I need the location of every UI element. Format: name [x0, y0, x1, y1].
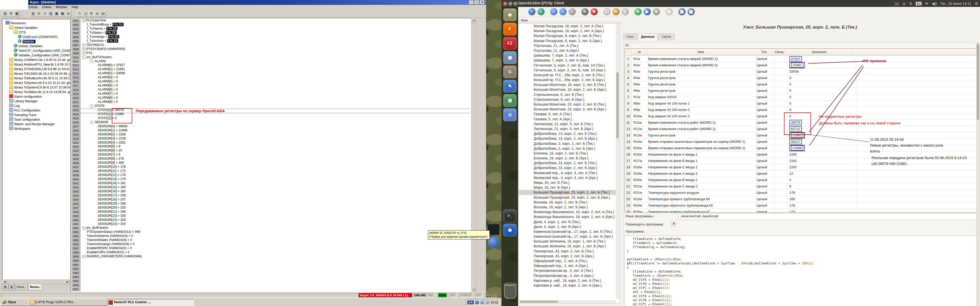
resources-hscrollbar[interactable]: ◀ ▶ — [2, 279, 70, 284]
list-item[interactable]: Карповки р. наб., 18, корп. 2, лит. А (А… — [519, 283, 619, 288]
var-row[interactable]: 0056TransmitAnalogs (%MW2418) = 0 — [71, 242, 472, 246]
table-row[interactable]: 4R4wГруппа регистровЦелый0 — [625, 75, 978, 81]
paste-icon[interactable]: ▼ — [88, 11, 94, 17]
minimize-icon[interactable]: – — [508, 2, 512, 6]
menu-online[interactable]: Online — [42, 5, 51, 9]
var-row[interactable]: 0045.SENSOR[18] = 207 — [71, 198, 472, 202]
tray-icon-1[interactable] — [475, 301, 479, 304]
load-icon[interactable]: ↑ — [528, 8, 535, 15]
run-pc-icon[interactable]: ▣ — [54, 11, 60, 17]
tray-icon-3[interactable] — [485, 301, 489, 304]
save-icon[interactable]: ▦ — [14, 11, 20, 17]
start-button[interactable]: Пуск — [1, 299, 33, 306]
list-item[interactable]: Газовая, 5, лит. А (Арх.) — [519, 117, 619, 122]
var-row[interactable]: 0019.ALARM[7] = 0 — [71, 92, 472, 96]
value-cell[interactable]: 0 — [786, 75, 856, 81]
maximize-icon[interactable]: □ — [474, 0, 479, 5]
var-row[interactable]: 0053PTESystemStatus (%MW2412) = 999 — [71, 230, 472, 234]
open-file-icon[interactable]: ▼ — [8, 11, 14, 17]
list-item[interactable]: Плуталова, 21, лит. А (Арх.) — [519, 48, 619, 53]
list-item[interactable]: Большой пр. П.С., 35в, корп. 2, лит. Б (… — [519, 73, 619, 78]
calc1-icon[interactable]: ▦ — [678, 8, 686, 15]
list-item[interactable]: Добролюбова, 13, корп. 2, лит. Б (Тек.) — [519, 131, 619, 136]
table-row[interactable]: 5R5wГруппа регистровЦелый0 — [625, 81, 978, 88]
var-row[interactable]: 0017.ALARM[5] = 0 — [71, 84, 472, 88]
list-item[interactable]: Даля, 4, корп. 2, лит. Б (Тек.) — [519, 220, 619, 224]
var-row[interactable]: 0007+TECHNICAL — [71, 43, 472, 47]
var-row[interactable]: 0010−srv_BufTxParams — [71, 55, 472, 59]
list-item[interactable]: Добролюбова, 23, корп. 2, лит. Б (Тек.) — [519, 161, 619, 165]
collapse-icon[interactable]: − — [90, 60, 93, 63]
var-row[interactable]: 0065 — [71, 279, 472, 283]
column-header[interactable]: Id — [632, 49, 647, 55]
var-row[interactable]: 0016.ALARM[4] = 0 — [71, 79, 472, 84]
value-cell[interactable]: 6 — [786, 183, 856, 189]
stop-pc-icon[interactable]: ▣ — [59, 11, 65, 17]
new-file-icon[interactable]: ▤ — [2, 11, 8, 17]
tree-item[interactable]: library STANDARD.LIB 5.6.98 11:03:02: gl… — [9, 67, 70, 71]
table-row[interactable]: 8R8wКод аварии Vit 100 котел 1Целый0 — [625, 100, 978, 107]
var-row[interactable]: 0003f_TxAlarms = FALSE — [71, 27, 472, 31]
var-row[interactable]: 0009+PTE — [71, 51, 472, 55]
tree-item[interactable]: library COMlibV2.lib 1.8.08 11:22:48: gl… — [9, 58, 70, 62]
list-item[interactable]: Воскова, 20, корп. 2, лит. Б (Тек.) — [519, 200, 619, 205]
table-row[interactable]: 7R7wКод аварии Vit333Целый0 — [625, 94, 978, 100]
table-row[interactable]: 24R24wТемпература обратного трубопровода… — [625, 202, 978, 209]
editor-icon[interactable]: ✎ — [503, 80, 517, 93]
list-item[interactable]: Стрельнинская, 6, лит. Б (Тек.) — [519, 92, 619, 97]
var-row[interactable]: 0037.SENSOR[10] = 176 — [71, 165, 472, 169]
list-item[interactable]: Офицерский пер., 2, лит. А (Тек.) — [519, 258, 619, 263]
value-cell[interactable]: 0 — [786, 177, 856, 183]
var-row[interactable]: 0011−.ALARM — [71, 59, 472, 63]
add-item-icon[interactable]: + — [581, 8, 589, 15]
list-item[interactable]: Мира, 33, лит. Б (Тек.) — [519, 180, 619, 185]
value-cell[interactable]: 56227 — [786, 138, 856, 145]
taskbar-item-explorer[interactable]: E:\PTE Progs V2\PLC PRJ... — [29, 299, 113, 306]
var-row[interactable]: 0046.SENSOR[19] = 336 — [71, 202, 472, 206]
var-row[interactable]: 0029.SENSOR[2] = 2258 — [71, 133, 472, 137]
var-row[interactable]: 0067 — [71, 287, 472, 291]
table-row[interactable]: 23R23wТемпература прямого трубопровода К… — [625, 196, 978, 203]
var-row[interactable]: 0044.SENSOR[17] = 206 — [71, 193, 472, 198]
tray-icon-2[interactable] — [480, 301, 484, 304]
login-icon[interactable]: ∞ — [42, 11, 48, 17]
delete-item-icon[interactable]: ✕ — [590, 8, 598, 15]
var-row[interactable]: 0061 — [71, 263, 472, 267]
menu-help[interactable]: Help — [72, 5, 78, 9]
up-level-icon[interactable]: ↑ — [550, 8, 557, 15]
tab-visualizations[interactable]: Visua... — [15, 284, 28, 290]
expand-icon[interactable]: + — [82, 19, 86, 22]
paste-icon[interactable]: ▯ — [622, 8, 629, 15]
tree-item[interactable]: Log — [9, 103, 20, 108]
find-next-icon[interactable]: ꙭ — [100, 11, 106, 17]
var-row[interactable]: 0021.ALARM[9] = 0 — [71, 100, 472, 104]
refresh-icon[interactable]: ↻ — [635, 8, 641, 15]
close-icon[interactable]: ✕ — [503, 2, 508, 6]
twincat-titlebar[interactable]: N.pro - [GlobVar] _ □ ✕ — [0, 0, 486, 5]
list-item[interactable]: Лахтинская, 21, корп. 3, лит. Б (Тек.) — [519, 122, 619, 127]
list-item[interactable]: Петропавловская кр., 3, лит. А (Тек.) — [519, 268, 619, 273]
back-icon[interactable]: ← — [559, 8, 566, 15]
tab-данные[interactable]: Данные — [638, 33, 658, 41]
cut-icon[interactable]: ✂ — [76, 11, 83, 17]
var-row[interactable]: 0055TransmitStates (%MW2416) = 0 — [71, 238, 472, 242]
rebuild-icon[interactable]: ▥ — [30, 11, 36, 17]
var-row[interactable]: 0047.SENSOR[20] = 320 — [71, 206, 472, 210]
tree-item[interactable]: library TcModbusSrv.lib 30.5.11 10:34:24… — [9, 76, 70, 80]
table-row[interactable]: 20R20wНапряжение на фазе В ввода 2Целый0 — [625, 177, 978, 183]
column-header[interactable] — [625, 49, 632, 55]
list-item[interactable]: Большая Монетная, 23, корп. 2, лит. Б (Т… — [519, 102, 619, 107]
list-item[interactable]: Лахтинская, 21, корп. 3, лит. Б (Арх.) — [519, 127, 619, 131]
list-item[interactable]: Большая Зеленина, 16, корп. 1, лит. Б (Т… — [519, 239, 619, 244]
var-row[interactable]: 0054TransmitAlarms (%MW2414) = 0 — [71, 234, 472, 238]
tab-связи[interactable]: Связи — [658, 33, 675, 41]
var-row[interactable]: 0041.SENSOR[14] = 181 — [71, 181, 472, 186]
var-row[interactable]: 0040.SENSOR[13] = 179 — [71, 177, 472, 181]
list-item[interactable]: Петропавловская кр., 3, лит. А (Арх.) — [519, 273, 619, 278]
tree-item[interactable]: Resources — [6, 21, 26, 25]
var-row[interactable]: 0005f_TxAnalogs = FALSE — [71, 35, 472, 39]
tree-item[interactable]: Alarm configuration — [9, 94, 42, 99]
tree-item[interactable]: TwinCAT_Configuration (VAR_CONFIG) — [14, 48, 70, 53]
tab-узел[interactable]: Узел — [623, 33, 637, 41]
keyboard-layout-indicator[interactable]: En — [916, 2, 921, 5]
